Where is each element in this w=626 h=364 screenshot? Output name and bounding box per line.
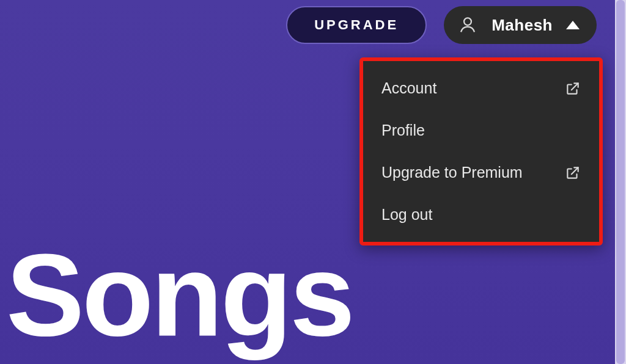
svg-point-0 [464,18,471,25]
external-link-icon [565,81,581,96]
user-name: Mahesh [492,16,553,35]
menu-item-account[interactable]: Account [363,67,599,109]
caret-up-icon [566,21,580,29]
menu-item-logout[interactable]: Log out [363,194,599,236]
menu-item-profile[interactable]: Profile [363,109,599,151]
menu-item-label: Profile [381,122,425,139]
external-link-icon [565,165,581,181]
user-avatar-icon [457,15,478,35]
page-title: Songs [6,239,353,351]
menu-item-label: Account [381,79,436,97]
menu-item-label: Log out [381,206,432,224]
scrollbar-thumb[interactable] [616,0,625,364]
top-bar: UPGRADE Mahesh [0,4,611,46]
upgrade-button[interactable]: UPGRADE [286,6,427,44]
user-menu-button[interactable]: Mahesh [444,6,597,44]
user-dropdown-menu: Account Profile Upgrade to Premium [363,61,599,242]
vertical-scrollbar[interactable] [615,0,626,364]
app-viewport: UPGRADE Mahesh Account [0,0,626,364]
menu-item-label: Upgrade to Premium [381,164,523,181]
user-menu-highlight: Account Profile Upgrade to Premium [359,57,603,246]
menu-item-upgrade-premium[interactable]: Upgrade to Premium [363,151,599,194]
upgrade-button-label: UPGRADE [314,17,399,33]
